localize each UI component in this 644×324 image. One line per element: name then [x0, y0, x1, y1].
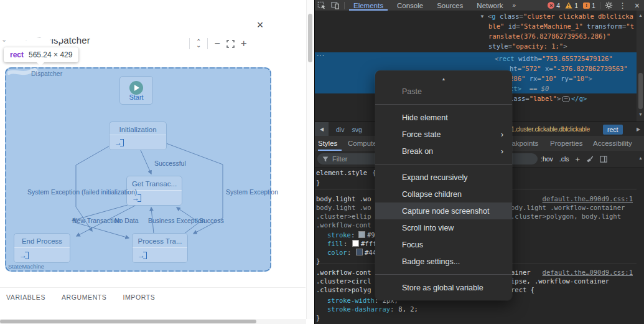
- panel-tab-imports[interactable]: IMPORTS: [123, 293, 155, 301]
- toggle-class-button[interactable]: .cls: [559, 155, 569, 163]
- enter-activity-icon: →: [114, 138, 124, 146]
- divider: [189, 38, 190, 49]
- styles-toolbar: :hov .cls +: [541, 151, 607, 167]
- color-swatch[interactable]: [352, 240, 359, 247]
- dom-node-line[interactable]: ranslate(376.827862739563,286)": [488, 32, 610, 40]
- css-property-name[interactable]: stroke-width: [327, 297, 375, 304]
- menu-item-force-state[interactable]: Force state›: [375, 126, 512, 143]
- devtools-tab-sources[interactable]: Sources: [430, 0, 470, 11]
- disclosure-arrow[interactable]: ▼: [480, 14, 485, 19]
- inspect-tooltip: rect 565.24 × 429: [4, 47, 78, 62]
- breadcrumb-item-div[interactable]: div: [336, 126, 344, 133]
- console-errors-badge[interactable]: × 4: [548, 2, 560, 9]
- breadcrumb-next-arrow[interactable]: ▶: [637, 126, 640, 132]
- menu-item-hide-element[interactable]: Hide element: [375, 109, 512, 126]
- menu-item-capture-node-screenshot[interactable]: Capture node screenshot: [375, 202, 512, 219]
- transition-edge: [141, 150, 151, 174]
- devtools-tab-console[interactable]: Console: [390, 0, 430, 11]
- devtools-tab-network[interactable]: Network: [470, 0, 510, 11]
- dom-node-line[interactable]: style="opacity: 1;">: [488, 42, 567, 50]
- breadcrumb-item-svg[interactable]: svg: [352, 126, 362, 133]
- issues-badge[interactable]: ! 1: [583, 2, 595, 9]
- toggle-hover-state-button[interactable]: :hov: [541, 155, 553, 163]
- panel-tab-arguments[interactable]: ARGUMENTS: [62, 293, 107, 301]
- devtools-tabs: ElementsConsoleSourcesNetwork: [347, 0, 510, 11]
- breadcrumb-cluster-item[interactable]: _1.cluster.clickable.dblclickable: [508, 126, 590, 133]
- divider: [0, 287, 306, 288]
- device-toolbar-icon[interactable]: [329, 1, 342, 11]
- edge-label: System Exception: [226, 188, 278, 196]
- devtools-tab-elements[interactable]: Elements: [347, 0, 390, 11]
- enter-activity-icon: →: [19, 251, 29, 259]
- diagram-node-init[interactable]: Initialization→: [109, 122, 167, 150]
- css-property-name[interactable]: color: [327, 249, 347, 256]
- menu-item-focus[interactable]: Focus: [375, 236, 512, 253]
- expand-vertical-button[interactable]: ⌃⌄: [196, 40, 201, 47]
- diagram-node-start[interactable]: Start: [119, 76, 153, 105]
- menu-item-badge-settings[interactable]: Badge settings...: [375, 253, 512, 270]
- css-rule-text: body.light .wo: [316, 195, 371, 202]
- diagram-node-process[interactable]: Process Tra...→: [132, 233, 188, 263]
- breadcrumb-back-arrow[interactable]: ◀: [315, 122, 329, 136]
- devtools-close-icon[interactable]: ×: [630, 1, 644, 11]
- settings-gear-icon[interactable]: [602, 1, 616, 11]
- menu-item-paste: Paste: [375, 83, 512, 100]
- console-warnings-badge[interactable]: 1: [565, 2, 578, 9]
- node-label: Initialization: [110, 126, 166, 133]
- divider: [207, 38, 208, 49]
- color-swatch[interactable]: [358, 231, 365, 238]
- dom-node-line[interactable]: <g class="cluster clickable dblclicka: [488, 12, 633, 21]
- fit-screen-button[interactable]: [226, 40, 235, 48]
- stylesheet-link[interactable]: default.the…090d9.css:1: [543, 269, 633, 276]
- stylesheet-link[interactable]: default.the…090d9.css:1: [543, 195, 633, 202]
- dom-node-line[interactable]: ct> == $0: [510, 85, 549, 93]
- viewer-close-button[interactable]: ×: [253, 17, 268, 32]
- inspect-tooltip-dimensions: 565.24 × 429: [29, 50, 72, 59]
- scrollbar-thumb[interactable]: [638, 73, 643, 109]
- menu-item-expand-recursively[interactable]: Expand recursively: [375, 169, 512, 186]
- inspect-element-icon[interactable]: [315, 1, 329, 11]
- menu-item-store-as-global-variable[interactable]: Store as global variable: [375, 279, 512, 296]
- elements-scrollbar[interactable]: ▲ ▼: [637, 11, 644, 122]
- new-style-rule-button[interactable]: +: [576, 155, 581, 164]
- dom-node-line[interactable]: ht="572" x="-376.827862739563": [510, 65, 628, 73]
- css-rule-text: ipse, .workflow-container: [511, 277, 609, 285]
- dom-node-line[interactable]: <rect width="753.655725479126": [495, 55, 613, 63]
- dom-node-line[interactable]: 286" rx="10" ry="10">: [510, 75, 592, 83]
- workflow-diagram-highlighted[interactable]: Dispatcher StateMachine StartInitializat…: [5, 67, 271, 272]
- scroll-up-arrow[interactable]: ▲: [637, 13, 644, 17]
- menu-item-scroll-into-view[interactable]: Scroll into view: [375, 219, 512, 236]
- styles-tab-eakpoints[interactable]: eakpoints: [508, 136, 538, 151]
- styles-tab-styles[interactable]: Styles: [318, 136, 337, 151]
- zoom-in-button[interactable]: +: [241, 42, 247, 45]
- menu-scroll-up-arrow[interactable]: ▲: [375, 74, 512, 83]
- dom-node-line[interactable]: lass="label">⋯</g>: [510, 95, 587, 103]
- styles-scrollbar-top[interactable]: ▲: [637, 153, 644, 167]
- scrollbar-thumb[interactable]: [0, 320, 256, 323]
- menu-item-collapse-children[interactable]: Collapse children: [375, 186, 512, 202]
- page-vertical-scrollbar[interactable]: [306, 0, 314, 319]
- color-swatch[interactable]: [356, 249, 363, 255]
- css-property-name[interactable]: stroke: [327, 231, 351, 239]
- css-value-swatch: [352, 240, 362, 247]
- scroll-down-arrow[interactable]: ▼: [637, 112, 644, 117]
- dom-node-line[interactable]: ble" id="StateMachine_1" transform="t: [488, 22, 634, 31]
- diagram-node-end[interactable]: End Process→: [14, 233, 70, 263]
- menu-item-break-on[interactable]: Break on›: [375, 143, 512, 160]
- computed-panel-toggle-icon[interactable]: [600, 156, 607, 163]
- expand-ellipsis-button[interactable]: ⋯: [562, 96, 570, 102]
- zoom-out-button[interactable]: −: [214, 42, 220, 45]
- truncation-ellipsis[interactable]: ···: [317, 52, 325, 59]
- rendering-emulation-icon[interactable]: [586, 155, 594, 163]
- scrollbar-thumb[interactable]: [308, 14, 312, 62]
- more-tabs-chevron[interactable]: »: [510, 2, 519, 9]
- styles-tab-accessibility[interactable]: Accessibility: [593, 136, 632, 151]
- scroll-up-arrow[interactable]: ▲: [637, 156, 644, 160]
- panel-tab-variables[interactable]: VARIABLES: [6, 293, 45, 301]
- styles-tab-properties[interactable]: Properties: [550, 136, 582, 151]
- css-property-name[interactable]: fill: [327, 240, 343, 247]
- css-property-name[interactable]: stroke-dasharray: [327, 305, 390, 313]
- page-horizontal-scrollbar[interactable]: [0, 319, 306, 324]
- kebab-menu-icon[interactable]: ⋮: [616, 1, 630, 11]
- breadcrumb-selected-item[interactable]: rect: [603, 125, 623, 135]
